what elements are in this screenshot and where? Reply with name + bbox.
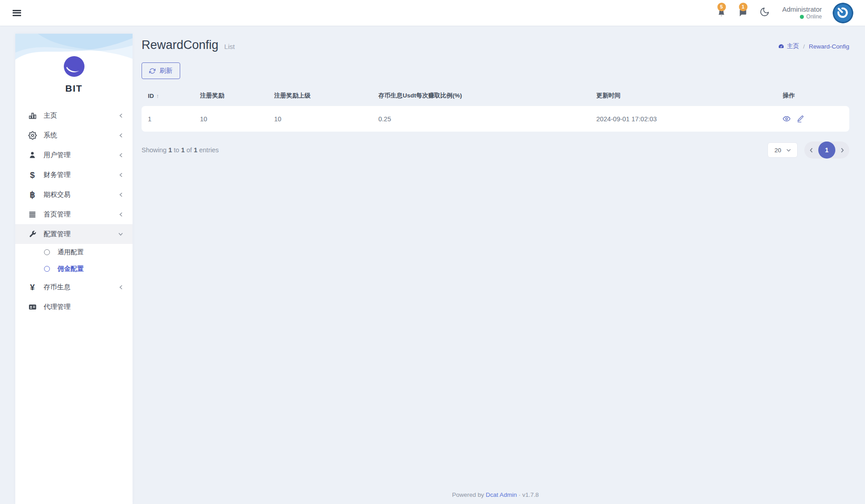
chevron-left-icon xyxy=(119,192,124,198)
sidebar-item-label: 配置管理 xyxy=(44,230,118,239)
dollar-icon: $ xyxy=(27,171,38,179)
column-header-register-reward: 注册奖励 xyxy=(195,86,270,103)
cell-id: 1 xyxy=(142,106,195,132)
chevron-left-icon xyxy=(119,284,124,290)
column-header-usdt-ratio: 存币生息Usdt每次赚取比例(%) xyxy=(374,86,592,103)
moon-icon xyxy=(759,7,770,19)
cell-usdt-ratio: 0.25 xyxy=(374,106,592,132)
reward-config-table: ID↑ 注册奖励 注册奖励上级 存币生息Usdt每次赚取比例(%) 更新时间 操… xyxy=(142,84,849,134)
view-eye-icon[interactable] xyxy=(783,115,790,123)
chevron-right-icon xyxy=(840,147,844,153)
list-bars-icon xyxy=(27,210,38,218)
sidebar-item-user-management[interactable]: 用户管理 xyxy=(15,145,133,165)
sidebar-item-label: 系统 xyxy=(44,131,119,140)
refresh-label: 刷新 xyxy=(160,66,173,75)
chevron-left-icon xyxy=(119,212,124,217)
main-content: RewardConfig List 主页 / Reward-Config 刷新 xyxy=(133,26,865,504)
table-row: 1 10 10 0.25 2024-09-01 17:02:03 xyxy=(142,106,849,132)
sidebar-subitem-label: 通用配置 xyxy=(58,248,84,256)
avatar-power-logo-icon xyxy=(833,3,853,23)
chart-bar-icon xyxy=(27,111,38,120)
chevron-left-icon xyxy=(119,152,124,158)
notifications-bell-button[interactable]: 5 xyxy=(716,7,727,19)
sidebar-item-label: 期权交易 xyxy=(44,190,119,199)
dashboard-gauge-icon xyxy=(778,43,785,50)
sidebar-item-label: 财务管理 xyxy=(44,171,119,179)
circle-icon xyxy=(44,249,50,255)
yen-icon: ¥ xyxy=(27,283,38,292)
chevron-left-icon xyxy=(119,172,124,178)
footer-version: v1.7.8 xyxy=(522,491,539,498)
sidebar-menu: 主页 系统 用户管理 xyxy=(15,106,133,317)
cell-register-reward: 10 xyxy=(195,106,270,132)
user-status-label: Online xyxy=(806,13,822,20)
user-menu[interactable]: Administrator Online xyxy=(782,5,822,21)
avatar[interactable] xyxy=(833,3,853,23)
pagination-summary: Showing 1 to 1 of 1 entries xyxy=(142,146,219,154)
breadcrumb: 主页 / Reward-Config xyxy=(778,42,849,50)
chevron-left-icon xyxy=(119,133,124,138)
bell-badge: 5 xyxy=(717,3,726,11)
next-page-button[interactable] xyxy=(835,147,849,153)
edit-pencil-icon[interactable] xyxy=(797,115,804,123)
breadcrumb-home-link[interactable]: 主页 xyxy=(778,42,799,50)
chevron-left-icon xyxy=(119,113,124,119)
chevron-down-icon xyxy=(786,149,791,152)
sidebar-subitem-general-config[interactable]: 通用配置 xyxy=(15,244,133,261)
dark-mode-toggle[interactable] xyxy=(759,7,770,19)
cell-updated-at: 2024-09-01 17:02:03 xyxy=(592,106,778,132)
user-icon xyxy=(27,151,38,159)
dcat-admin-link[interactable]: Dcat Admin xyxy=(486,491,517,498)
breadcrumb-separator: / xyxy=(803,43,805,50)
pagination-control: 1 xyxy=(804,141,849,159)
sidebar-item-agent-management[interactable]: 代理管理 xyxy=(15,297,133,317)
sidebar-item-home[interactable]: 主页 xyxy=(15,106,133,125)
sidebar-item-finance-management[interactable]: $ 财务管理 xyxy=(15,165,133,185)
current-page-button[interactable]: 1 xyxy=(818,141,835,159)
top-navbar: 5 1 Administrator Online xyxy=(0,0,865,26)
online-status-dot xyxy=(800,15,804,19)
cell-register-reward-parent: 10 xyxy=(270,106,374,132)
sort-asc-icon: ↑ xyxy=(156,93,160,99)
bit-logo-icon xyxy=(63,56,85,77)
page-size-select[interactable]: 20 xyxy=(767,142,798,158)
refresh-icon xyxy=(149,68,155,74)
sidebar-item-homepage-management[interactable]: 首页管理 xyxy=(15,204,133,224)
column-header-register-reward-parent: 注册奖励上级 xyxy=(270,86,374,103)
chevron-down-icon xyxy=(118,232,124,237)
wrench-icon xyxy=(27,230,38,238)
chevron-left-icon xyxy=(809,147,813,153)
sidebar-item-system[interactable]: 系统 xyxy=(15,125,133,145)
page-title: RewardConfig xyxy=(142,38,218,52)
sidebar-item-options-trading[interactable]: ฿ 期权交易 xyxy=(15,185,133,204)
sidebar-item-label: 主页 xyxy=(44,111,119,120)
page-subtitle: List xyxy=(224,43,235,50)
left-gutter xyxy=(0,26,15,504)
prev-page-button[interactable] xyxy=(804,147,818,153)
column-header-updated-at: 更新时间 xyxy=(592,86,778,103)
page-size-value: 20 xyxy=(774,147,781,154)
message-badge: 1 xyxy=(739,3,747,11)
sidebar-subitem-commission-config[interactable]: 佣金配置 xyxy=(15,261,133,277)
messages-button[interactable]: 1 xyxy=(738,7,749,19)
column-header-id[interactable]: ID↑ xyxy=(142,86,195,103)
user-name: Administrator xyxy=(782,5,822,14)
hamburger-menu-icon[interactable] xyxy=(13,10,21,16)
sidebar-subitem-label: 佣金配置 xyxy=(58,265,84,273)
sidebar-item-deposit-interest[interactable]: ¥ 存币生息 xyxy=(15,277,133,297)
footer: Powered by Dcat Admin · v1.7.8 xyxy=(142,491,849,498)
circle-icon xyxy=(44,266,50,272)
table-header-row: ID↑ 注册奖励 注册奖励上级 存币生息Usdt每次赚取比例(%) 更新时间 操… xyxy=(142,86,849,103)
sidebar-item-config-management[interactable]: 配置管理 xyxy=(15,224,133,244)
id-card-icon xyxy=(27,303,38,311)
sidebar-item-label: 用户管理 xyxy=(44,151,119,159)
column-header-actions: 操作 xyxy=(778,86,849,103)
sidebar: BIT 主页 系统 xyxy=(15,34,133,504)
refresh-button[interactable]: 刷新 xyxy=(142,62,180,79)
footer-separator: · xyxy=(519,491,521,498)
sidebar-item-label: 代理管理 xyxy=(44,303,124,311)
sidebar-item-label: 存币生息 xyxy=(44,283,119,292)
sidebar-item-label: 首页管理 xyxy=(44,210,119,219)
breadcrumb-current: Reward-Config xyxy=(809,43,849,50)
footer-powered-by: Powered by xyxy=(452,491,484,498)
